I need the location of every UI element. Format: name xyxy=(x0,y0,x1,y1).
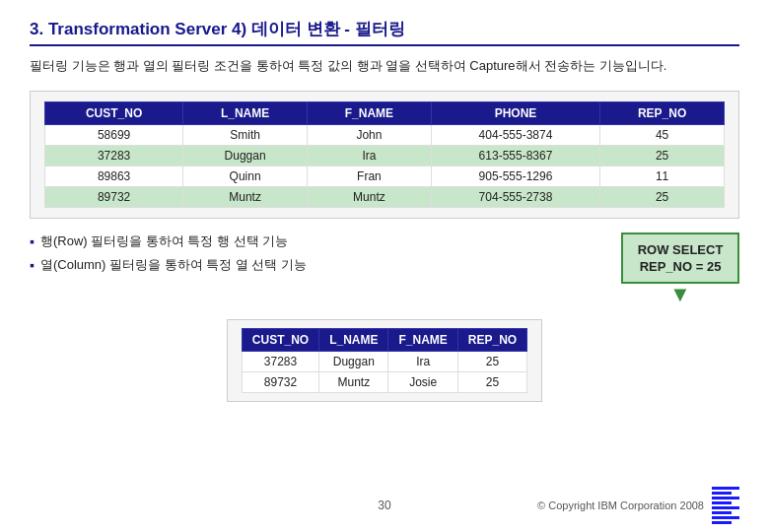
bullets-and-box: ▪ 행(Row) 필터링을 통하여 특정 행 선택 기능 ▪ 열(Column)… xyxy=(30,233,739,309)
bullet-dot-2: ▪ xyxy=(30,257,35,273)
row-select-box: ROW SELECT REP_NO = 25 xyxy=(621,233,739,284)
table-row: 89732MuntzJosie25 xyxy=(242,371,526,392)
table-cell-rep_no: 25 xyxy=(600,186,725,207)
table-cell-cust_no: 58699 xyxy=(45,124,183,145)
table-cell-rep_no: 45 xyxy=(600,124,725,145)
table-row: 37283DugganIra25 xyxy=(242,351,526,371)
ibm-stripe-1 xyxy=(712,487,739,490)
table-cell-phone: 905-555-1296 xyxy=(431,166,599,186)
page-number: 30 xyxy=(266,499,503,512)
copyright: © Copyright IBM Corporation 2008 xyxy=(503,499,704,511)
table-cell-l_name: Muntz xyxy=(183,186,308,207)
col-header-f-name: F_NAME xyxy=(308,101,432,124)
bullets: ▪ 행(Row) 필터링을 통하여 특정 행 선택 기능 ▪ 열(Column)… xyxy=(30,233,621,280)
table-row: 37283DugganIra613-555-836725 xyxy=(45,145,725,166)
bullet-text-2: 열(Column) 필터링을 통하여 특정 열 선택 기능 xyxy=(40,256,307,274)
table-cell-rep_no: 11 xyxy=(600,166,725,186)
description: 필터링 기능은 행과 열의 필터링 조건을 통하여 특정 값의 행과 열을 선택… xyxy=(30,56,739,77)
bot-col-cust-no: CUST_NO xyxy=(242,328,318,351)
table-row: 89863QuinnFran905-555-129611 xyxy=(45,166,725,186)
bot-table-cell-f_name: Josie xyxy=(388,371,457,392)
ibm-stripe-7 xyxy=(712,516,739,519)
col-header-phone: PHONE xyxy=(431,101,599,124)
table-cell-cust_no: 89863 xyxy=(45,166,183,186)
bullet-col: ▪ 열(Column) 필터링을 통하여 특정 열 선택 기능 xyxy=(30,256,621,274)
top-table: CUST_NO L_NAME F_NAME PHONE REP_NO 58699… xyxy=(44,101,725,208)
table-cell-phone: 704-555-2738 xyxy=(431,186,599,207)
table-cell-cust_no: 89732 xyxy=(45,186,183,207)
table-cell-l_name: Quinn xyxy=(183,166,308,186)
bot-table-cell-f_name: Ira xyxy=(388,351,457,371)
table-cell-l_name: Smith xyxy=(183,124,308,145)
bot-table-cell-rep_no: 25 xyxy=(457,351,526,371)
ibm-stripes xyxy=(712,487,739,524)
bottom-table-wrap: CUST_NO L_NAME F_NAME REP_NO 37283Duggan… xyxy=(30,319,739,402)
table-cell-f_name: Fran xyxy=(308,166,432,186)
table-cell-f_name: Muntz xyxy=(308,186,432,207)
bot-table-cell-cust_no: 37283 xyxy=(242,351,318,371)
row-select-line2: REP_NO = 25 xyxy=(637,259,724,274)
ibm-stripe-8 xyxy=(712,521,732,524)
bot-col-rep-no: REP_NO xyxy=(457,328,526,351)
col-header-rep-no: REP_NO xyxy=(600,101,725,124)
row-select-line1: ROW SELECT xyxy=(637,242,724,257)
page-title: 3. Transformation Server 4) 데이터 변환 - 필터링 xyxy=(30,18,739,46)
footer: 30 © Copyright IBM Corporation 2008 xyxy=(0,487,769,524)
table-cell-f_name: John xyxy=(308,124,432,145)
bottom-table-container: CUST_NO L_NAME F_NAME REP_NO 37283Duggan… xyxy=(227,319,542,402)
top-table-container: CUST_NO L_NAME F_NAME PHONE REP_NO 58699… xyxy=(30,91,739,219)
col-header-l-name: L_NAME xyxy=(183,101,308,124)
table-cell-rep_no: 25 xyxy=(600,145,725,166)
table-row: 89732MuntzMuntz704-555-273825 xyxy=(45,186,725,207)
bullet-dot-1: ▪ xyxy=(30,233,35,249)
bot-col-f-name: F_NAME xyxy=(388,328,457,351)
ibm-stripe-3 xyxy=(712,497,739,499)
ibm-stripe-2 xyxy=(712,492,732,495)
bullet-row: ▪ 행(Row) 필터링을 통하여 특정 행 선택 기능 xyxy=(30,233,621,250)
table-row: 58699SmithJohn404-555-387445 xyxy=(45,124,725,145)
ibm-stripe-4 xyxy=(712,501,732,504)
bullet-text-1: 행(Row) 필터링을 통하여 특정 행 선택 기능 xyxy=(40,233,288,250)
bot-col-l-name: L_NAME xyxy=(319,328,388,351)
col-header-cust-no: CUST_NO xyxy=(45,101,183,124)
bot-table-cell-l_name: Muntz xyxy=(319,371,388,392)
page: 3. Transformation Server 4) 데이터 변환 - 필터링… xyxy=(0,0,769,532)
arrow-down-icon: ▼ xyxy=(669,284,691,305)
table-cell-phone: 613-555-8367 xyxy=(431,145,599,166)
ibm-logo xyxy=(712,487,739,524)
table-cell-l_name: Duggan xyxy=(183,145,308,166)
table-cell-f_name: Ira xyxy=(308,145,432,166)
table-cell-cust_no: 37283 xyxy=(45,145,183,166)
ibm-stripe-6 xyxy=(712,511,732,514)
bot-table-cell-rep_no: 25 xyxy=(457,371,526,392)
bottom-table: CUST_NO L_NAME F_NAME REP_NO 37283Duggan… xyxy=(242,328,527,393)
bot-table-cell-l_name: Duggan xyxy=(319,351,388,371)
table-cell-phone: 404-555-3874 xyxy=(431,124,599,145)
ibm-stripe-5 xyxy=(712,506,739,509)
bot-table-cell-cust_no: 89732 xyxy=(242,371,318,392)
